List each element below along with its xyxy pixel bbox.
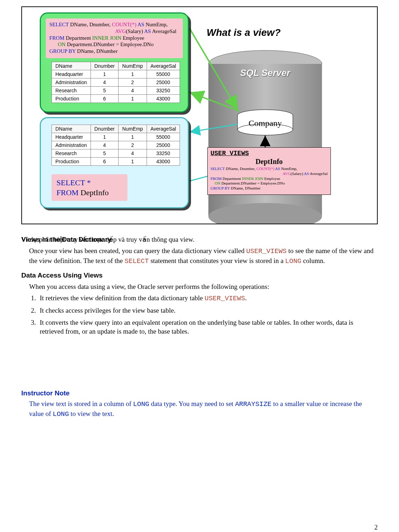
figure-what-is-a-view: What is a view? SQL Server Company SELEC… xyxy=(21,6,378,224)
steps-list: It retrieves the view definition from th… xyxy=(38,294,378,336)
view-query-card: DNameDnumber NumEmpAverageSal Headquarte… xyxy=(40,117,189,208)
list-item: It checks access privileges for the view… xyxy=(38,306,378,315)
list-item: It retrieves the view definition from th… xyxy=(38,294,378,303)
sql-short: SELECT * FROM DeptInfo xyxy=(51,174,127,201)
direct-query-card: SELECT DName, Dnumber, COUNT(*) AS NumEm… xyxy=(40,12,189,113)
user-views-title: USER_VIEWS xyxy=(211,150,328,157)
figure-title: What is a view? xyxy=(207,27,281,38)
instructor-para: The view text is stored in a column of L… xyxy=(29,399,378,419)
result-table-1: DNameDnumber NumEmpAverageSal Headquarte… xyxy=(51,62,180,103)
para-2: When you access data using a view, the O… xyxy=(29,282,378,291)
result-table-2: DNameDnumber NumEmpAverageSal Headquarte… xyxy=(51,125,180,166)
page-number: 2 xyxy=(375,523,378,531)
user-views-sql: SELECT DName, Dnumber, COUNT(*) AS NumEm… xyxy=(211,166,328,191)
list-item: It converts the view query into an equiv… xyxy=(38,318,378,336)
overlapping-heading: Ví dụ phân biệt truy vấn trực tiếp và tr… xyxy=(21,235,378,244)
db-label: SQL Server xyxy=(208,67,322,78)
user-views-box: USER_VIEWS DeptInfo SELECT DName, Dnumbe… xyxy=(207,147,331,195)
company-label: Company xyxy=(237,119,293,128)
instructor-note: Instructor Note The view text is stored … xyxy=(21,389,378,419)
para-1: Once your view has been created, you can… xyxy=(29,246,378,266)
deptinfo-title: DeptInfo xyxy=(211,158,328,166)
instructor-heading: Instructor Note xyxy=(21,389,378,397)
body-text: Ví dụ phân biệt truy vấn trực tiếp và tr… xyxy=(21,235,378,336)
heading-data-access: Data Access Using Views xyxy=(21,271,378,280)
sql-full: SELECT DName, Dnumber, COUNT(*) AS NumEm… xyxy=(46,18,183,58)
